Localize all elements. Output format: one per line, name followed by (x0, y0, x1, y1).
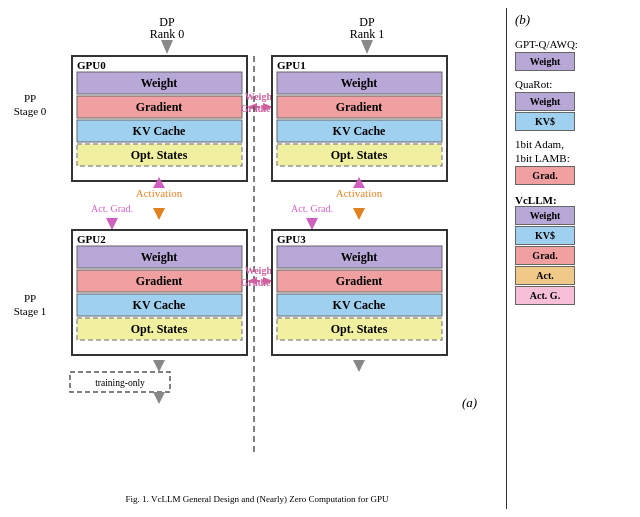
gpu0-kvcache-label: KV Cache (133, 124, 186, 138)
gpu3-kvcache-label: KV Cache (333, 298, 386, 312)
legend-vcllm-grad: Grad. (515, 246, 575, 265)
gpu0-label: GPU0 (77, 59, 106, 71)
act-grad-left-label: Act. Grad. (91, 203, 133, 214)
main-container: DP Rank 0 DP Rank 1 PP Stage 0 GPU0 Weig… (0, 0, 640, 517)
diagram-section: DP Rank 0 DP Rank 1 PP Stage 0 GPU0 Weig… (8, 8, 506, 509)
gpu1-weight-label: Weight (341, 76, 378, 90)
bottom-right-arrow (353, 360, 365, 372)
pp-stage1-label: PP (24, 292, 36, 304)
dp1-arrow (361, 40, 373, 54)
dp-rank1-sub: Rank 1 (350, 27, 384, 41)
legend-1bitadam: 1bit Adam, 1bit LAMB: Grad. (515, 138, 628, 186)
gpu2-kvcache-label: KV Cache (133, 298, 186, 312)
gpu1-kvcache-label: KV Cache (333, 124, 386, 138)
legend-vcllm-actg: Act. G. (515, 286, 575, 305)
training-only-arrow (153, 392, 165, 404)
a-label: (a) (462, 395, 477, 410)
legend-1bitadam-grad: Grad. (515, 166, 575, 185)
legend-vcllm-weight: Weight (515, 206, 575, 225)
legend-1bitlamb-title: 1bit LAMB: (515, 152, 628, 164)
legend-vcllm: VcLLM: Weight KV$ Grad. Act. Act. G. (515, 192, 628, 306)
legend-quarot: QuaRot: Weight KV$ (515, 78, 628, 132)
diagram-svg: DP Rank 0 DP Rank 1 PP Stage 0 GPU0 Weig… (12, 12, 502, 517)
pp-stage1-sub: Stage 1 (14, 305, 47, 317)
activation-right-down-arrow (353, 208, 365, 220)
legend-gptq: GPT-Q/AWQ: Weight (515, 38, 628, 72)
legend-quarot-kv: KV$ (515, 112, 575, 131)
gpu2-optstates-label: Opt. States (131, 322, 188, 336)
gpu0-weight-label: Weight (141, 76, 178, 90)
gpu2-weight-label: Weight (141, 250, 178, 264)
act-grad-right-label: Act. Grad. (291, 203, 333, 214)
pp-stage0-sub: Stage 0 (14, 105, 47, 117)
bottom-left-arrow (153, 360, 165, 372)
gpu3-gradient-label: Gradient (336, 274, 383, 288)
act-grad-right-arrow (306, 218, 318, 230)
gpu0-optstates-label: Opt. States (131, 148, 188, 162)
gpu1-gradient-label: Gradient (336, 100, 383, 114)
gpu2-label: GPU2 (77, 233, 106, 245)
pp-stage0-label: PP (24, 92, 36, 104)
legend-vcllm-kv: KV$ (515, 226, 575, 245)
gpu0-gradient-label: Gradient (136, 100, 183, 114)
gpu3-weight-label: Weight (341, 250, 378, 264)
legend-1bitadam-title: 1bit Adam, (515, 138, 628, 150)
act-grad-left-arrow (106, 218, 118, 230)
dp0-arrow (161, 40, 173, 54)
activation-left-down-arrow (153, 208, 165, 220)
gpu2-gradient-label: Gradient (136, 274, 183, 288)
fig-caption: Fig. 1. VcLLM General Design and (Nearly… (126, 494, 389, 504)
legend-vcllm-title: VcLLM: (515, 194, 628, 206)
dp-rank0-sub: Rank 0 (150, 27, 184, 41)
activation-right-label: Activation (336, 187, 383, 199)
gpu1-optstates-label: Opt. States (331, 148, 388, 162)
gpu1-label: GPU1 (277, 59, 306, 71)
legend-gptq-weight: Weight (515, 52, 575, 71)
legend-vcllm-act: Act. (515, 266, 575, 285)
training-only-label: training-only (95, 378, 145, 388)
b-label: (b) (515, 12, 628, 28)
legend-section: (b) GPT-Q/AWQ: Weight QuaRot: Weight KV$… (506, 8, 632, 509)
legend-quarot-title: QuaRot: (515, 78, 628, 90)
gpu3-optstates-label: Opt. States (331, 322, 388, 336)
legend-quarot-weight: Weight (515, 92, 575, 111)
gpu3-label: GPU3 (277, 233, 306, 245)
activation-left-label: Activation (136, 187, 183, 199)
legend-gptq-title: GPT-Q/AWQ: (515, 38, 628, 50)
